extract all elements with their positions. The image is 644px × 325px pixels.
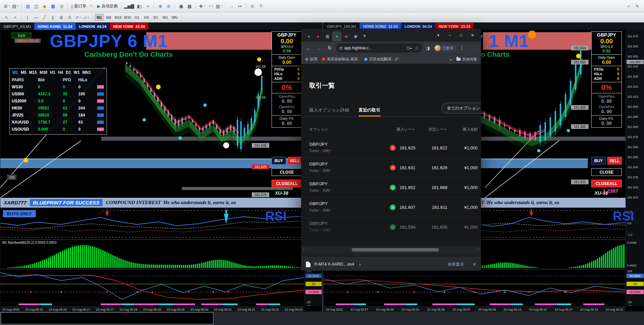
- minimize-icon[interactable]: –: [444, 30, 455, 40]
- metaeditor-icon[interactable]: ✎: [88, 2, 96, 10]
- pinned-tab-grid[interactable]: ▦: [323, 31, 332, 41]
- all-options-button[interactable]: 全てのオプション: [441, 103, 481, 113]
- autotrading-button[interactable]: ▶自动交易: [96, 2, 119, 10]
- chart-tab-label[interactable]: GBPJPY_6S,M1: [0, 25, 34, 29]
- data-window-icon[interactable]: ◫: [32, 2, 40, 10]
- other-bookmarks[interactable]: 其他书签: [456, 57, 477, 62]
- terminal-icon[interactable]: ▦: [49, 2, 57, 10]
- crosshair-icon[interactable]: +: [11, 14, 19, 21]
- quick-edit-icon[interactable]: ✎: [633, 2, 641, 10]
- chart-candles-icon[interactable]: ▮▯: [135, 2, 144, 10]
- pinned-tab-highlow[interactable]: ●: [332, 31, 341, 41]
- side-panel-icon[interactable]: ◨: [424, 46, 432, 51]
- scroll-left-icon[interactable]: ‹: [303, 247, 305, 251]
- shapes-icon[interactable]: ▱▾: [82, 14, 90, 21]
- timeframe-button-m5[interactable]: M5: [104, 14, 113, 21]
- mw-timeframe-d1[interactable]: D1: [66, 70, 71, 75]
- strategy-tester-icon[interactable]: ◎: [57, 2, 66, 10]
- new-chart-icon[interactable]: ⊞▾: [3, 2, 11, 10]
- market-row-hk50[interactable]: HK501955162244: [12, 104, 105, 111]
- back-icon[interactable]: ←: [304, 44, 313, 52]
- cursor-icon[interactable]: ↖: [3, 14, 11, 21]
- pinned-tab-record[interactable]: ●: [313, 31, 323, 41]
- address-bar[interactable]: app.highlow.c... ☆: [336, 43, 422, 53]
- timeframe-button-h4[interactable]: H4: [142, 14, 151, 21]
- sell-button[interactable]: SELL: [288, 157, 302, 165]
- mw-timeframe-w1[interactable]: W1: [74, 70, 80, 75]
- tab-search-icon[interactable]: ▾: [433, 30, 444, 40]
- bookmark-item-1[interactable]: D日语在线翻译 - 沪..: [364, 57, 400, 62]
- navigator-icon[interactable]: ◆: [41, 2, 49, 10]
- zoom-out-icon[interactable]: ⊖: [165, 2, 173, 10]
- url-text[interactable]: app.highlow.c...: [344, 46, 405, 50]
- profiles-icon[interactable]: ▤▾: [11, 2, 19, 10]
- trade-row[interactable]: GBP/JPYTurbo・30秒▼161.625161.622¥1,000: [301, 138, 481, 158]
- market-row-jp225[interactable]: JP2252851059184: [12, 111, 105, 119]
- chart-line-icon[interactable]: ≈: [144, 2, 152, 10]
- market-row-us2000[interactable]: US20000.000: [12, 97, 105, 104]
- new-order-button[interactable]: ▯新订单: [70, 2, 87, 10]
- trade-row[interactable]: GBP/JPYTurbo・30秒▲161.607161.611¥1,000: [301, 198, 481, 218]
- scrollbar-thumb[interactable]: [352, 248, 439, 251]
- search-icon[interactable]: ⌕: [625, 2, 633, 10]
- timeframe-button-d1[interactable]: D1: [151, 14, 160, 21]
- timeframe-button-mn[interactable]: MN: [170, 14, 179, 21]
- indicators-icon[interactable]: ✚▾: [198, 2, 206, 10]
- timeframe-button-m30[interactable]: M30: [123, 14, 132, 21]
- clock-icon[interactable]: ⊙: [248, 2, 256, 10]
- chart-bars-icon[interactable]: ▂▅▇: [123, 2, 135, 10]
- buy-button[interactable]: BUY: [272, 157, 286, 165]
- close-all-button[interactable]: CLOSEALL: [272, 180, 302, 187]
- profile-paused-badge[interactable]: 已暂停: [434, 44, 456, 52]
- fibonacci-icon[interactable]: ≣: [57, 14, 65, 21]
- mw-timeframe-m1[interactable]: M1: [12, 70, 18, 75]
- password-key-icon[interactable]: [407, 47, 410, 50]
- market-watch-icon[interactable]: ▥: [24, 2, 32, 10]
- mw-timeframe-m30[interactable]: M30: [40, 70, 47, 75]
- periods-icon[interactable]: ◔▾: [206, 2, 214, 10]
- autoscroll-icon[interactable]: →: [228, 2, 236, 10]
- maximize-icon[interactable]: □: [455, 30, 467, 40]
- help-icon[interactable]: ?: [257, 2, 265, 10]
- browser-menu-icon[interactable]: ⋮: [458, 45, 465, 51]
- market-row-ws30[interactable]: WS30000: [12, 83, 105, 90]
- pinned-tab-book[interactable]: ◆: [341, 31, 351, 41]
- horizontal-line-icon[interactable]: —: [32, 14, 40, 21]
- show-all-downloads-link[interactable]: 全部显示: [448, 262, 464, 267]
- sell-button[interactable]: SELL: [607, 157, 622, 165]
- timeframe-button-m1[interactable]: M1: [95, 14, 104, 21]
- templates-icon[interactable]: ▨▾: [215, 2, 223, 10]
- close-icon[interactable]: ✕: [467, 30, 478, 40]
- vertical-line-icon[interactable]: |: [24, 14, 32, 21]
- scroll-right-icon[interactable]: ›: [478, 247, 479, 251]
- timeframe-button-m15[interactable]: M15: [114, 14, 123, 21]
- chart-shift-icon[interactable]: ↦: [236, 2, 244, 10]
- forward-icon[interactable]: →: [315, 44, 323, 52]
- trendline-icon[interactable]: ╱: [40, 14, 48, 21]
- mw-timeframe-h1[interactable]: H1: [50, 70, 55, 75]
- chart-tab-label[interactable]: GBPJPY_18S,M1: [324, 25, 360, 29]
- new-tab-button[interactable]: +: [360, 32, 369, 40]
- price-axis-column[interactable]: 10580.00005020.0000-20-35161.675161.6651…: [626, 30, 644, 306]
- timeframe-button-w1[interactable]: W1: [161, 14, 170, 21]
- tile-windows-icon[interactable]: ▣: [177, 2, 185, 10]
- tab-recent-trades[interactable]: 直近の取引: [359, 107, 380, 117]
- tab-option-detail[interactable]: 購入オプション詳細: [309, 107, 349, 117]
- market-row-usousd[interactable]: USOUSD0.00000: [12, 126, 105, 133]
- market-row-us500[interactable]: US5004147.335100: [12, 90, 105, 97]
- mw-timeframe-m15[interactable]: M15: [29, 70, 37, 75]
- zoom-in-icon[interactable]: ⊕: [156, 2, 164, 10]
- bookmark-item-0[interactable]: 英语音标朗读-英语..: [322, 57, 360, 62]
- close-trade-button[interactable]: CLOSE: [272, 168, 302, 176]
- trade-row[interactable]: GBP/JPYTurbo・30秒▲161.594161.605¥1,000: [301, 218, 481, 237]
- on-toggle[interactable]: ON: [7, 175, 16, 180]
- apps-shortcut[interactable]: ⊞ 应用: [305, 57, 317, 62]
- trade-row[interactable]: GBP/JPYTurbo・30秒▼161.631161.626¥1,000: [301, 158, 481, 178]
- arrows-icon[interactable]: ↗▾: [74, 14, 82, 21]
- text-label-icon[interactable]: A: [66, 14, 74, 21]
- close-trade-button[interactable]: CLOSE: [591, 168, 622, 176]
- horizontal-scrollbar[interactable]: ‹ ›: [301, 246, 481, 253]
- bookmark-star-icon[interactable]: ☆: [414, 45, 419, 51]
- pinned-tab-media[interactable]: ◂: [304, 31, 313, 41]
- timeframe-button-h1[interactable]: H1: [132, 14, 142, 21]
